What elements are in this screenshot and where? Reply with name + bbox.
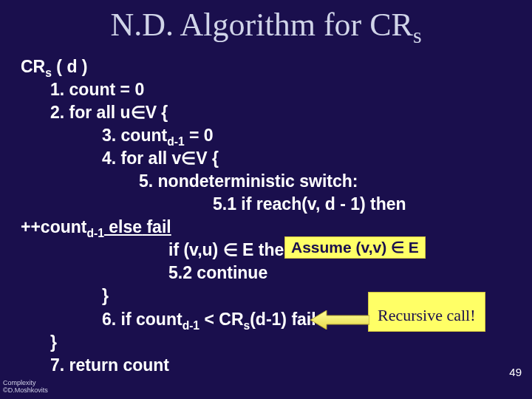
- footer: Complexity ©D.Moshkovits: [3, 380, 48, 395]
- footer-copyright: ©D.Moshkovits: [3, 387, 48, 395]
- l7else: else: [104, 217, 142, 236]
- l3b: = 0: [185, 126, 214, 145]
- line-5-1b: ++countd-1 else fail: [21, 216, 517, 239]
- sig-a: CR: [21, 57, 45, 76]
- line-1: 1. count = 0: [21, 78, 517, 101]
- line-2: 2. for all u∈V {: [21, 101, 517, 124]
- slide-title: N.D. Algorithm for CRs: [15, 6, 517, 44]
- l8a: if (v,u) ∈ E: [168, 240, 259, 259]
- arrow-icon: [310, 310, 369, 330]
- line-3: 3. countd-1 = 0: [21, 124, 517, 147]
- l11a: 6. if count: [102, 310, 183, 329]
- line-5-1: 5.1 if reach(v, d - 1) then: [21, 193, 517, 216]
- sig-sub: s: [45, 66, 52, 79]
- l11b: < CR: [200, 310, 243, 329]
- line-close-outer: }: [21, 331, 517, 354]
- line-7: 7. return count: [21, 354, 517, 377]
- title-sub: s: [413, 23, 422, 47]
- title-text: N.D. Algorithm for CR: [110, 7, 412, 43]
- line-4: 4. for all v∈V {: [21, 147, 517, 170]
- line-signature: CRs ( d ): [21, 55, 517, 78]
- l11c: (d-1) fail: [250, 310, 316, 329]
- l11sub: d-1: [183, 318, 200, 331]
- l7sub: d-1: [86, 227, 103, 239]
- slide: N.D. Algorithm for CRs CRs ( d ) 1. coun…: [0, 0, 532, 399]
- callout-recursive: Recursive call!: [368, 292, 485, 332]
- svg-marker-0: [310, 310, 369, 330]
- l7a: ++count: [21, 217, 86, 236]
- l7fail: fail: [142, 217, 171, 236]
- page-number: 49: [509, 366, 522, 378]
- line-5-1c: if (v,u) ∈ E then ++count; break: [21, 239, 517, 262]
- callout-assume: Assume (v,v) ∈ E: [284, 236, 426, 259]
- line-5-2: 5.2 continue: [21, 262, 517, 284]
- line-5: 5. nondeterministic switch:: [21, 170, 517, 193]
- l3sub: d-1: [167, 135, 184, 148]
- l11sub2: s: [244, 318, 250, 331]
- l3a: 3. count: [102, 126, 167, 145]
- sig-b: ( d ): [52, 57, 88, 76]
